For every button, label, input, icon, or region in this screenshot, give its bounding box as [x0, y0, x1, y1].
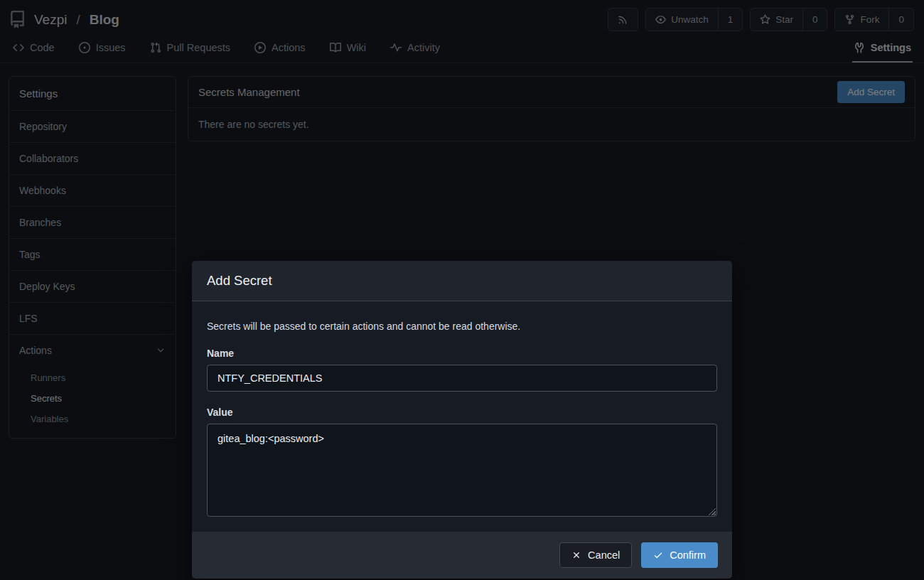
- modal-content: Secrets will be passed to certain action…: [192, 301, 732, 532]
- check-icon: [653, 550, 663, 560]
- secret-name-input[interactable]: [207, 365, 717, 392]
- value-textarea-wrap: gitea_blog:<password>: [207, 424, 717, 517]
- x-icon: [571, 550, 581, 560]
- confirm-button-label: Confirm: [670, 549, 706, 561]
- modal-footer: Cancel Confirm: [192, 532, 732, 579]
- modal-description: Secrets will be passed to certain action…: [207, 321, 717, 332]
- name-field-label: Name: [207, 348, 717, 359]
- confirm-button[interactable]: Confirm: [641, 542, 718, 568]
- cancel-button[interactable]: Cancel: [559, 542, 632, 568]
- modal-title: Add Secret: [192, 261, 732, 301]
- cancel-button-label: Cancel: [588, 549, 620, 561]
- secret-value-textarea[interactable]: gitea_blog:<password>: [207, 424, 717, 517]
- value-field-label: Value: [207, 407, 717, 418]
- add-secret-modal: Add Secret Secrets will be passed to cer…: [192, 261, 732, 579]
